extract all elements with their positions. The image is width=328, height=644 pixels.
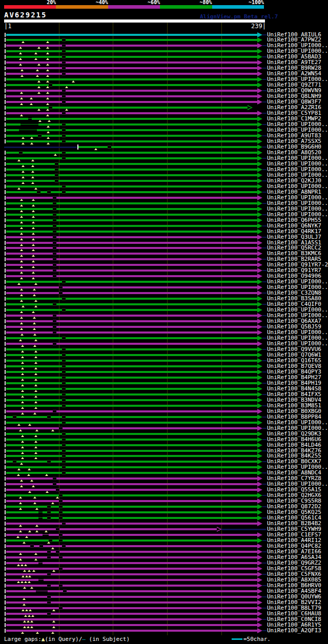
subject-gap-line bbox=[28, 118, 32, 119]
query-start-tick bbox=[5, 106, 6, 110]
subject-gap-icon bbox=[62, 337, 66, 340]
subject-gap-icon bbox=[62, 185, 66, 188]
alignment-arrow-icon bbox=[257, 521, 262, 526]
subject-extension-line bbox=[262, 169, 266, 170]
alignment-arrow-icon bbox=[257, 572, 262, 577]
alignment-bar bbox=[6, 135, 257, 137]
alignment-bar bbox=[6, 309, 257, 311]
query-start-tick bbox=[5, 443, 6, 447]
scale-segment bbox=[212, 5, 264, 9]
alignment-arrow-icon bbox=[257, 133, 262, 138]
alignment-arrow-icon bbox=[257, 577, 262, 583]
hit-label[interactable]: UniRef100_A2QFI3 bbox=[267, 628, 321, 633]
subject-extension-line bbox=[262, 124, 266, 125]
alignment-bar bbox=[6, 416, 257, 418]
alignment-arrow-icon bbox=[257, 324, 262, 329]
subject-extension-line bbox=[262, 45, 266, 46]
alignment-arrow-icon bbox=[257, 167, 262, 172]
query-start-tick bbox=[5, 89, 6, 93]
alignment-bar bbox=[6, 174, 257, 176]
subject-gap-icon bbox=[62, 466, 66, 469]
scale-segment bbox=[56, 5, 108, 9]
query-start-tick bbox=[5, 538, 6, 543]
subject-gap-icon bbox=[47, 550, 51, 553]
alignment-arrow-icon bbox=[257, 606, 262, 611]
subject-gap-icon bbox=[62, 129, 66, 132]
alignment-arrow-icon bbox=[257, 71, 262, 76]
query-start-tick bbox=[5, 162, 6, 166]
alignment-bar bbox=[6, 343, 257, 345]
alignment-arrow-icon bbox=[257, 594, 262, 599]
subject-gap-icon bbox=[62, 95, 66, 98]
query-start-tick bbox=[5, 308, 6, 312]
query-start-tick bbox=[5, 544, 6, 548]
subject-gap-icon bbox=[62, 438, 66, 441]
alignment-bar bbox=[6, 523, 257, 525]
subject-extension-line bbox=[262, 326, 266, 327]
subject-gap-icon bbox=[47, 505, 51, 508]
subject-gap-icon: – bbox=[82, 636, 86, 642]
query-start-tick bbox=[5, 94, 6, 98]
subject-gap-icon bbox=[62, 522, 66, 525]
alignment-bar bbox=[6, 410, 257, 412]
subject-extension-line bbox=[262, 101, 266, 102]
subject-extension-line bbox=[262, 608, 266, 609]
subject-gap-icon bbox=[59, 292, 63, 295]
alignment-arrow-icon bbox=[257, 116, 262, 121]
alignment-arrow-icon bbox=[257, 190, 262, 195]
alignment-arrow-icon bbox=[257, 77, 262, 82]
alignment-bar bbox=[6, 225, 257, 227]
subject-gap-icon bbox=[47, 573, 51, 576]
alignment-arrow-icon bbox=[257, 290, 262, 296]
alignment-bar bbox=[6, 483, 257, 485]
query-start-tick bbox=[5, 370, 6, 374]
subject-gap-icon bbox=[30, 545, 34, 548]
query-start-tick bbox=[5, 387, 6, 391]
subject-extension-line bbox=[262, 34, 266, 35]
subject-gap-icon bbox=[62, 191, 66, 194]
alignment-overview-app: 20%~40%~60%~80%~100% AV629215 AlignView.… bbox=[0, 0, 328, 644]
query-start-tick bbox=[5, 359, 6, 363]
alignment-arrow-icon bbox=[257, 566, 262, 571]
alignment-bar bbox=[6, 545, 257, 547]
alignment-row[interactable]: UniRef100_A2QFI3 bbox=[0, 628, 328, 633]
alignment-arrow-icon bbox=[257, 398, 262, 403]
subject-extension-line bbox=[262, 338, 266, 339]
alignment-bar bbox=[6, 422, 257, 424]
subject-extension-line bbox=[262, 371, 266, 372]
alignment-bar bbox=[6, 214, 257, 216]
subject-gap-icon bbox=[55, 168, 58, 171]
alignment-bar bbox=[6, 269, 257, 272]
subject-gap-icon bbox=[53, 410, 56, 413]
alignment-bar bbox=[6, 78, 257, 80]
subject-gap-icon bbox=[47, 511, 51, 514]
alignment-arrow-icon bbox=[257, 487, 262, 492]
query-start-tick bbox=[5, 134, 6, 138]
subject-extension-line bbox=[262, 596, 266, 597]
alignment-arrow-icon bbox=[257, 218, 262, 223]
alignment-bar bbox=[6, 472, 257, 474]
scale-bar-legend: =50char. bbox=[232, 636, 271, 642]
alignment-bar bbox=[6, 169, 257, 171]
alignment-bar bbox=[6, 331, 257, 334]
alignment-arrow-icon bbox=[257, 161, 262, 167]
alignment-arrow-icon bbox=[257, 285, 262, 290]
alignment-arrow-icon bbox=[257, 504, 262, 509]
query-start-tick bbox=[5, 347, 6, 351]
subject-gap-icon bbox=[62, 354, 66, 357]
subject-gap-icon bbox=[62, 44, 66, 47]
alignment-arrow-icon bbox=[257, 622, 262, 628]
query-title: AV629215 bbox=[4, 11, 47, 18]
query-start-tick bbox=[5, 522, 6, 526]
query-start-tick bbox=[5, 100, 6, 104]
subject-gap-icon bbox=[53, 483, 56, 486]
query-gap-icon bbox=[51, 632, 54, 634]
query-start-tick bbox=[5, 207, 6, 211]
subject-gap-icon bbox=[47, 612, 51, 615]
ruler-start-label: |1 bbox=[4, 23, 11, 29]
query-start-tick bbox=[5, 561, 6, 565]
alignment-bar bbox=[6, 152, 257, 154]
subject-gap-icon bbox=[53, 320, 56, 323]
query-start-tick bbox=[5, 173, 6, 177]
subject-extension-line bbox=[262, 192, 266, 193]
